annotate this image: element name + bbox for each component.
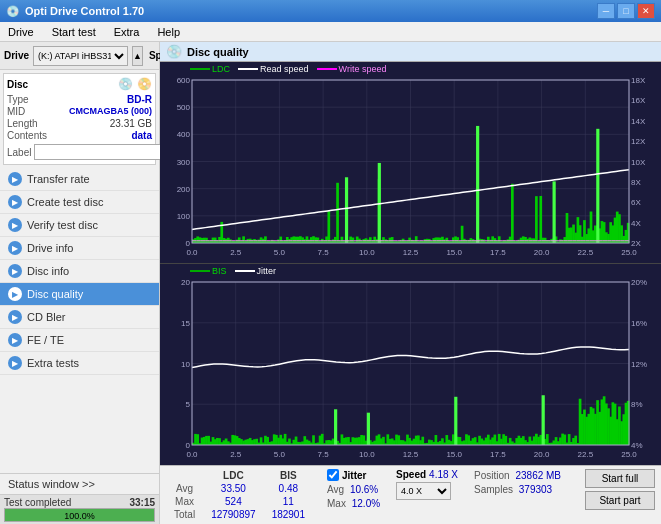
menu-drive[interactable]: Drive [4,24,38,40]
disc-icon1: 💿 [118,77,133,91]
contents-value: data [131,130,152,141]
length-value: 23.31 GB [110,118,152,129]
maximize-button[interactable]: □ [617,3,635,19]
quality-title: Disc quality [187,46,249,58]
close-button[interactable]: ✕ [637,3,655,19]
transfer-rate-icon: ▶ [8,172,22,186]
sidebar-item-disc-quality[interactable]: ▶ Disc quality [0,283,159,306]
disc-quality-icon: ▶ [8,287,22,301]
jitter-legend-item: Jitter [235,266,277,276]
charts-container: LDC Read speed Write speed [160,62,661,465]
create-test-disc-icon: ▶ [8,195,22,209]
position-label: Position [474,470,512,481]
content-area: 💿 Disc quality LDC Read speed [160,42,661,524]
menu-start-test[interactable]: Start test [48,24,100,40]
start-full-button[interactable]: Start full [585,469,655,488]
drive-select[interactable]: (K:) ATAPI iHBS312 2 PL17 [33,46,128,66]
jitter-legend-color [235,270,255,272]
disc-info-icon: ▶ [8,264,22,278]
sidebar-item-transfer-rate[interactable]: ▶ Transfer rate [0,168,159,191]
label-input[interactable] [34,144,167,160]
position-row: Position 23862 MB [474,469,561,481]
main-container: Drive (K:) ATAPI iHBS312 2 PL17 ▲ Speed … [0,42,661,524]
jitter-checkbox[interactable] [327,469,339,481]
jitter-avg-label: Avg [327,484,347,495]
samples-row: Samples 379303 [474,483,561,495]
eject-button[interactable]: ▲ [132,46,143,66]
sidebar-label-drive-info: Drive info [27,242,73,254]
fe-te-icon: ▶ [8,333,22,347]
mid-label: MID [7,106,25,117]
action-buttons: Start full Start part [585,469,655,510]
max-ldc: 524 [203,495,264,508]
bis-chart-legend: BIS Jitter [190,266,276,276]
ldc-canvas [160,62,661,263]
disc-icon2: 📀 [137,77,152,91]
max-bis: 11 [264,495,313,508]
sidebar-label-cd-bler: CD Bler [27,311,66,323]
speed-label: Speed [396,469,426,480]
samples-value: 379303 [519,484,552,495]
sidebar-label-disc-info: Disc info [27,265,69,277]
disc-contents-row: Contents data [7,130,152,141]
disc-section-title: Disc [7,79,28,90]
avg-ldc: 33.50 [203,482,264,495]
jitter-avg-val: 10.6% [350,484,378,495]
speed-dropdown[interactable]: 4.0 X [396,482,451,500]
bis-legend-label: BIS [212,266,227,276]
samples-label: Samples [474,484,516,495]
mid-value: CMCMAGBA5 (000) [69,106,152,117]
contents-label: Contents [7,130,47,141]
type-value: BD-R [127,94,152,105]
ldc-chart: LDC Read speed Write speed [160,62,661,264]
sidebar-label-create-test-disc: Create test disc [27,196,103,208]
speed-value: 4.18 X [429,469,458,480]
ldc-legend-color [190,68,210,70]
nav-menu: ▶ Transfer rate ▶ Create test disc ▶ Ver… [0,168,159,375]
sidebar-item-fe-te[interactable]: ▶ FE / TE [0,329,159,352]
read-legend-label: Read speed [260,64,309,74]
verify-test-disc-icon: ▶ [8,218,22,232]
sidebar-label-disc-quality: Disc quality [27,288,83,300]
jitter-max-label: Max [327,498,349,509]
ldc-header: LDC [203,469,264,482]
disc-panel-header: Disc 💿 📀 [7,77,152,91]
status-window-label: Status window >> [8,478,95,490]
stats-bar: LDC BIS Avg 33.50 0.48 Max 524 [160,465,661,524]
jitter-max-row: Max 12.0% [327,497,380,509]
sidebar-item-create-test-disc[interactable]: ▶ Create test disc [0,191,159,214]
minimize-button[interactable]: ─ [597,3,615,19]
menu-help[interactable]: Help [153,24,184,40]
sidebar-label-extra-tests: Extra tests [27,357,79,369]
title-bar: 💿 Opti Drive Control 1.70 ─ □ ✕ [0,0,661,22]
drive-info-icon: ▶ [8,241,22,255]
progress-container: 100.0% [4,508,155,522]
write-legend-color [317,68,337,70]
status-bar-area: Test completed 33:15 100.0% [0,494,159,524]
label-key: Label [7,147,31,158]
sidebar-item-drive-info[interactable]: ▶ Drive info [0,237,159,260]
title-bar-controls: ─ □ ✕ [597,3,655,19]
disc-label-row: Label 🔍 [7,143,152,161]
sidebar-item-disc-info[interactable]: ▶ Disc info [0,260,159,283]
jitter-label: Jitter [342,470,366,481]
menu-extra[interactable]: Extra [110,24,144,40]
drive-toolbar: Drive (K:) ATAPI iHBS312 2 PL17 ▲ Speed … [0,42,159,70]
quality-disc-icon: 💿 [166,44,182,59]
ldc-bis-table: LDC BIS Avg 33.50 0.48 Max 524 [166,469,313,521]
avg-label: Avg [166,482,203,495]
start-part-button[interactable]: Start part [585,491,655,510]
disc-mid-row: MID CMCMAGBA5 (000) [7,106,152,117]
jitter-avg-row: Avg 10.6% [327,483,380,495]
write-legend-label: Write speed [339,64,387,74]
bis-legend-item: BIS [190,266,227,276]
stats-content: LDC BIS Avg 33.50 0.48 Max 524 [166,469,655,521]
quality-header: 💿 Disc quality [160,42,661,62]
empty-header [166,469,203,482]
status-text: Test completed [4,497,71,508]
sidebar-item-cd-bler[interactable]: ▶ CD Bler [0,306,159,329]
sidebar-item-extra-tests[interactable]: ▶ Extra tests [0,352,159,375]
total-bis: 182901 [264,508,313,521]
status-window-button[interactable]: Status window >> [0,473,159,494]
sidebar-item-verify-test-disc[interactable]: ▶ Verify test disc [0,214,159,237]
